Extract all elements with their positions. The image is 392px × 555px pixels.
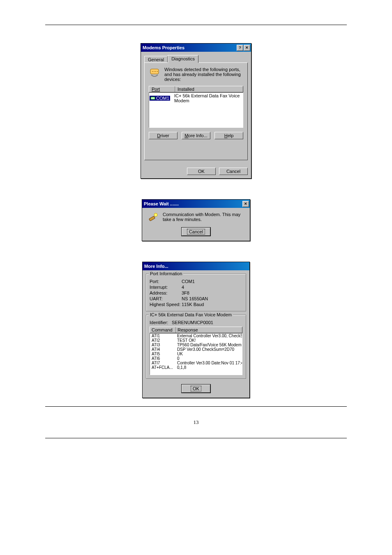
group-legend: IC+ 56k External Data Fax Voice Modem (149, 312, 233, 317)
bottom-rule (45, 438, 347, 438)
serial-port-icon (149, 67, 160, 78)
svg-point-4 (157, 71, 158, 72)
close-icon[interactable]: ✕ (242, 201, 249, 207)
installed-device: IC+ 56k External Data Fax Voice Modem (172, 93, 242, 103)
table-row: ATI3TP560 Data/Fax/Voice 56K Modem (150, 343, 242, 347)
cancel-button[interactable]: Cancel (219, 168, 248, 175)
tab-strip: General Diagnostics (144, 55, 248, 63)
label-port: Port: (150, 279, 182, 284)
port-name: COM1 (156, 96, 169, 101)
intro-text: Windows detected the following ports, an… (164, 67, 243, 82)
page-number: 13 (45, 419, 347, 426)
ports-header: Port Installed (149, 86, 243, 92)
titlebar: Modems Properties ? ✕ (141, 44, 251, 52)
label-address: Address: (150, 290, 182, 295)
help-icon[interactable]: ? (237, 45, 243, 51)
value-address: 3F8 (182, 290, 189, 295)
close-icon[interactable]: ✕ (244, 45, 250, 51)
window-title: Modems Properties (143, 45, 184, 50)
please-wait-dialog: Please Wait ....... ✕ Communication with… (142, 199, 250, 241)
tab-diagnostics[interactable]: Diagnostics (168, 55, 198, 63)
port-info-group: Port Information Port:COM1 Interrupt:4 A… (146, 274, 246, 311)
wait-message: Communication with Modem. This may take … (163, 212, 245, 222)
svg-rect-7 (149, 216, 155, 221)
help-button[interactable]: Help (214, 132, 243, 139)
svg-point-1 (152, 71, 153, 72)
col-installed[interactable]: Installed (175, 86, 243, 92)
list-item[interactable]: COM1 IC+ 56k External Data Fax Voice Mod… (150, 93, 242, 103)
more-info-dialog: More Info... Port Information Port:COM1 … (142, 262, 250, 398)
flashlight-icon (147, 212, 159, 223)
table-row: ATI5UK (150, 352, 242, 356)
window-title: More Info... (144, 264, 168, 269)
table-row: ATI2TEST OK! (150, 338, 242, 343)
svg-point-6 (154, 213, 157, 216)
label-interrupt: Interrupt: (150, 285, 182, 290)
ok-button[interactable]: OK (187, 168, 216, 175)
svg-rect-5 (151, 97, 155, 99)
value-port: COM1 (182, 279, 195, 284)
diagnostics-panel: Windows detected the following ports, an… (144, 62, 248, 160)
ports-list[interactable]: COM1 IC+ 56k External Data Fax Voice Mod… (149, 92, 243, 128)
value-highest-speed: 115K Baud (182, 302, 204, 307)
table-row: ATI60 (150, 356, 242, 361)
label-highest-speed: Highest Speed: (150, 302, 182, 307)
table-row: ATI7Controller Ver3.00 Date:Nov 01 17:40… (150, 361, 242, 365)
response-table-header: Command Response (150, 327, 242, 333)
table-row: ATI1External Controller Ver3.00, CheckSu… (150, 334, 242, 338)
value-uart: NS 16550AN (182, 296, 208, 301)
table-row: ATI4DSP Ver3.00 CheckSum=2D70 (150, 347, 242, 352)
footer-rule (45, 406, 347, 407)
com-port-icon (150, 96, 155, 101)
value-identifier: SERENUM\ICP0001 (172, 320, 213, 325)
value-interrupt: 4 (182, 285, 184, 290)
ok-button[interactable]: OK (182, 385, 210, 393)
group-legend: Port Information (149, 271, 183, 276)
col-response[interactable]: Response (176, 327, 242, 333)
window-title: Please Wait ....... (144, 201, 179, 206)
response-table[interactable]: ATI1External Controller Ver3.00, CheckSu… (150, 333, 242, 375)
label-uart: UART: (150, 296, 182, 301)
driver-button[interactable]: Driver (149, 132, 178, 139)
more-info-button[interactable]: More Info... (182, 132, 210, 139)
label-identifier: Identifier: (150, 320, 172, 325)
cancel-button[interactable]: Cancel (182, 228, 210, 236)
table-row: AT+FCLA...0,1,8 (150, 365, 242, 370)
modems-properties-dialog: Modems Properties ? ✕ General Diagnostic… (141, 43, 251, 179)
col-port[interactable]: Port (149, 86, 175, 92)
titlebar: Please Wait ....... ✕ (142, 200, 250, 208)
modem-info-group: IC+ 56k External Data Fax Voice Modem Id… (146, 315, 246, 379)
col-command[interactable]: Command (150, 327, 176, 333)
titlebar: More Info... (143, 262, 249, 270)
svg-point-2 (154, 71, 154, 72)
tab-general[interactable]: General (144, 56, 168, 63)
svg-point-3 (155, 71, 156, 72)
